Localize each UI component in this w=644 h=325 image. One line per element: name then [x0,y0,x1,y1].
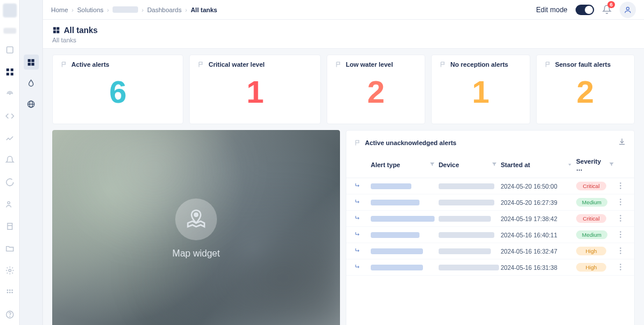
chevron-right-icon: › [185,6,187,13]
table-row[interactable]: 2024-05-20 16:50:00 Critical [346,178,634,194]
crumb-current: All tanks [191,6,218,13]
user-avatar[interactable] [620,2,636,18]
svg-point-37 [620,201,621,202]
lower-row: Map widget Active unacknowledged alerts [52,130,635,325]
svg-point-33 [620,182,621,183]
row-menu-button[interactable] [614,198,626,207]
started-at: 2024-05-20 16:50:00 [501,183,576,190]
metric-label: No reception alerts [450,61,508,68]
svg-point-35 [620,187,621,189]
table-row[interactable]: 2024-05-16 16:32:47 High [346,243,634,259]
subnav-globe-icon[interactable] [24,96,39,111]
alert-type-link[interactable] [371,265,423,270]
brand-text [3,28,16,34]
table-row[interactable]: 2024-05-19 17:38:42 Critical [346,211,634,227]
nav-signal-icon[interactable] [4,88,16,100]
device-name [439,200,494,205]
row-indent-icon [354,198,371,207]
page-header: All tanks All tanks [43,20,644,49]
svg-rect-0 [6,47,13,53]
device-name [439,248,491,254]
svg-rect-18 [28,59,31,62]
edit-mode-toggle[interactable] [576,5,594,15]
nav-help-icon[interactable] [4,309,16,320]
table-row[interactable]: 2024-05-20 16:27:39 Medium [346,194,634,211]
filter-icon[interactable] [429,161,435,168]
col-alert-type[interactable]: Alert type [371,161,400,168]
nav-overview-icon[interactable] [4,44,16,56]
nav-apps-icon[interactable] [4,287,16,298]
download-button[interactable] [618,138,626,147]
nav-users-icon[interactable] [4,198,16,210]
sort-desc-icon[interactable] [567,161,573,168]
device-name [439,183,494,189]
svg-point-50 [620,269,621,270]
row-menu-button[interactable] [614,231,626,239]
subnav-grid-icon[interactable] [24,55,39,70]
svg-point-34 [620,185,621,186]
page-subtitle: All tanks [52,37,635,44]
nav-bell-icon[interactable] [4,154,16,166]
content: Active alerts 6 Critical water level 1 L… [43,49,644,325]
col-started[interactable]: Started at [501,161,530,168]
nav-settings-icon[interactable] [4,265,16,276]
col-severity[interactable]: Severity … [576,158,607,172]
alert-type-link[interactable] [371,183,411,189]
svg-point-5 [9,93,10,94]
table-row[interactable]: 2024-05-16 16:40:11 Medium [346,227,634,243]
nav-building-icon[interactable] [4,221,16,232]
alert-type-link[interactable] [371,200,419,205]
alert-type-link[interactable] [371,216,435,222]
severity-badge: Critical [576,214,606,223]
row-menu-button[interactable] [614,215,626,223]
map-widget[interactable]: Map widget [52,130,340,325]
metric-value: 6 [61,68,175,115]
filter-icon[interactable] [491,161,497,168]
alert-type-link[interactable] [371,232,419,238]
alert-type-link[interactable] [371,248,423,254]
metrics-row: Active alerts 6 Critical water level 1 L… [52,55,635,124]
svg-point-38 [620,204,621,205]
row-menu-button[interactable] [614,182,626,190]
metric-label: Critical water level [208,61,265,68]
started-at: 2024-05-16 16:31:38 [501,264,576,271]
subnav-droplet-icon[interactable] [24,75,39,91]
crumb-home[interactable]: Home [51,6,68,13]
metric-label: Active alerts [71,61,109,68]
svg-point-12 [11,290,13,291]
svg-point-39 [620,215,621,216]
nav-refresh-icon[interactable] [4,176,16,188]
crumb-dashboards[interactable]: Dashboards [147,6,182,13]
svg-point-46 [620,250,621,251]
svg-point-14 [9,292,10,294]
secondary-nav [20,0,43,325]
severity-badge: Medium [576,198,607,207]
crumb-solutions[interactable]: Solutions [77,6,103,13]
flag-icon [198,61,205,68]
started-at: 2024-05-19 17:38:42 [501,215,576,222]
row-menu-button[interactable] [614,247,626,255]
svg-point-48 [620,263,621,265]
row-indent-icon [354,263,371,272]
metric-value: 1 [198,68,312,115]
col-device[interactable]: Device [439,161,459,168]
nav-code-icon[interactable] [4,110,16,122]
filter-icon[interactable] [609,161,614,168]
svg-point-10 [6,290,8,291]
svg-point-11 [9,290,10,291]
row-indent-icon [354,231,371,239]
svg-rect-4 [10,73,13,75]
svg-point-6 [8,201,10,204]
nav-dashboards-icon[interactable] [4,66,16,78]
table-row[interactable]: 2024-05-16 16:31:38 High [346,259,634,276]
crumb-solution-name[interactable] [113,6,138,13]
notifications-button[interactable]: 6 [602,5,612,15]
row-menu-button[interactable] [614,263,626,272]
svg-rect-3 [6,73,9,75]
svg-point-43 [620,233,621,234]
svg-point-15 [11,292,13,294]
nav-chart-icon[interactable] [4,132,16,144]
chevron-right-icon: › [107,6,109,13]
nav-folder-icon[interactable] [4,243,16,254]
svg-rect-2 [10,68,13,71]
